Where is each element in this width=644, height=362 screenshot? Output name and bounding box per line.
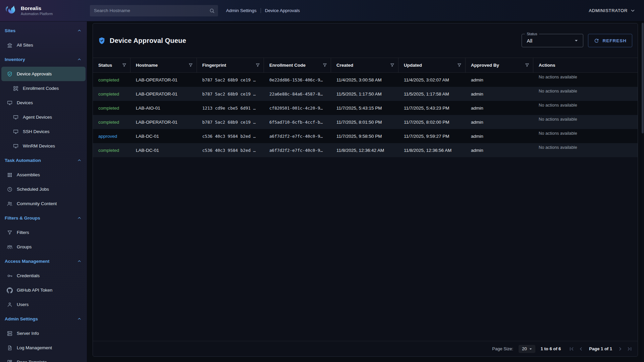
sidebar-section-task-automation[interactable]: Task Automation bbox=[0, 153, 87, 168]
chevron-up-icon bbox=[76, 28, 82, 34]
sidebar-item-label: Agent Devices bbox=[23, 115, 52, 120]
sidebar-item-label: Device Approvals bbox=[17, 71, 52, 76]
sidebar-section-access-management[interactable]: Access Management bbox=[0, 254, 87, 268]
created-cell: 11/5/2025, 1:17:50 AM bbox=[331, 87, 398, 101]
main-content: Device Approval Queue Status All REFRESH… bbox=[87, 21, 644, 362]
key-icon bbox=[7, 273, 13, 279]
table-footer: Page Size: 20 1 to 6 of 6 Page 1 of 1 bbox=[93, 341, 638, 356]
sidebar: SitesAll SitesInventoryDevice ApprovalsE… bbox=[0, 21, 87, 362]
sidebar-item-all-sites[interactable]: All Sites bbox=[1, 38, 86, 52]
table-body: completedLAB-OPERATOR-01b787 5ac2 68b9 c… bbox=[93, 73, 638, 157]
updated-cell: 11/4/2025, 3:02:07 AM bbox=[398, 73, 466, 87]
user-menu[interactable]: ADMINISTRATOR bbox=[589, 7, 644, 14]
page-scrollbar[interactable] bbox=[641, 21, 644, 362]
sidebar-item-users[interactable]: Users bbox=[1, 297, 86, 312]
filter-icon[interactable] bbox=[188, 63, 193, 68]
table-row[interactable]: completedLAB-OPERATOR-01b787 5ac2 68b9 c… bbox=[93, 115, 638, 129]
column-header-fingerprint[interactable]: Fingerprint bbox=[197, 58, 264, 72]
column-header-hostname[interactable]: Hostname bbox=[130, 58, 197, 72]
sidebar-section-filters-groups[interactable]: Filters & Groups bbox=[0, 211, 87, 225]
filter-icon[interactable] bbox=[255, 63, 260, 68]
column-header-status[interactable]: Status bbox=[93, 58, 130, 72]
user-menu-label: ADMINISTRATOR bbox=[589, 8, 628, 13]
search-input[interactable] bbox=[90, 5, 218, 16]
breadcrumb: Admin SettingsDevice Approvals bbox=[226, 8, 300, 13]
filter-icon[interactable] bbox=[390, 63, 395, 68]
updated-cell: 11/7/2025, 9:59:27 PM bbox=[398, 129, 466, 143]
updated-cell: 11/7/2025, 8:02:00 PM bbox=[398, 115, 466, 129]
table-row[interactable]: completedLAB-OPERATOR-01b787 5ac2 68b9 c… bbox=[93, 73, 638, 87]
refresh-button-label: REFRESH bbox=[602, 38, 627, 43]
sidebar-item-label: Groups bbox=[17, 244, 32, 249]
sidebar-item-page-template[interactable]: Page Template bbox=[1, 355, 86, 362]
table-row[interactable]: approvedLAB-DC-01c536 40c3 9584 b2ed …a6… bbox=[93, 129, 638, 143]
table-row[interactable]: completedLAB-OPERATOR-01b787 5ac2 68b9 c… bbox=[93, 87, 638, 101]
breadcrumb-item-device-approvals[interactable]: Device Approvals bbox=[265, 8, 300, 13]
first-page-button[interactable] bbox=[568, 346, 575, 352]
column-header-created[interactable]: Created bbox=[331, 58, 398, 72]
monitor-icon bbox=[13, 143, 19, 149]
hostname-cell: LAB-OPERATOR-01 bbox=[130, 87, 197, 101]
created-cell: 11/7/2025, 9:58:50 PM bbox=[331, 129, 398, 143]
status-filter-select[interactable]: Status All bbox=[522, 34, 583, 47]
actions-cell: No actions available bbox=[533, 129, 638, 143]
sidebar-item-label: Log Management bbox=[17, 345, 52, 350]
approved-by-cell: admin bbox=[466, 129, 533, 143]
sidebar-section-label: Admin Settings bbox=[5, 316, 38, 321]
sidebar-item-label: All Sites bbox=[17, 43, 33, 48]
sidebar-section-sites[interactable]: Sites bbox=[0, 23, 87, 38]
filter-icon[interactable] bbox=[457, 63, 462, 68]
sidebar-section-inventory[interactable]: Inventory bbox=[0, 52, 87, 67]
sidebar-item-label: Users bbox=[17, 302, 29, 307]
sidebar-section-label: Inventory bbox=[5, 57, 25, 62]
page-size-select[interactable]: 20 bbox=[519, 345, 535, 353]
brand: Borealis Automation Platform bbox=[0, 4, 87, 18]
status-cell: approved bbox=[93, 129, 130, 143]
sidebar-item-credentials[interactable]: Credentials bbox=[1, 268, 86, 283]
sidebar-item-winrm-devices[interactable]: WinRM Devices bbox=[1, 139, 86, 153]
sidebar-item-enrollment-codes[interactable]: Enrollment Codes bbox=[1, 81, 86, 96]
column-header-enrollment-code[interactable]: Enrollment Code bbox=[264, 58, 331, 72]
last-page-button[interactable] bbox=[626, 346, 633, 352]
clock-icon bbox=[7, 186, 13, 192]
created-cell: 11/7/2025, 8:01:50 PM bbox=[331, 115, 398, 129]
filter-icon[interactable] bbox=[122, 63, 127, 68]
breadcrumb-item-admin-settings[interactable]: Admin Settings bbox=[226, 8, 257, 13]
column-header-approved-by[interactable]: Approved By bbox=[466, 58, 533, 72]
sidebar-item-devices[interactable]: Devices bbox=[1, 96, 86, 110]
sidebar-item-label: Scheduled Jobs bbox=[17, 187, 49, 192]
table-row[interactable]: completedLAB-DC-01c536 40c3 9584 b2ed …a… bbox=[93, 143, 638, 157]
sidebar-item-device-approvals[interactable]: Device Approvals bbox=[1, 67, 86, 81]
sidebar-item-assemblies[interactable]: Assemblies bbox=[1, 168, 86, 182]
prev-page-button[interactable] bbox=[578, 346, 584, 352]
sidebar-item-scheduled-jobs[interactable]: Scheduled Jobs bbox=[1, 182, 86, 196]
updated-cell: 11/7/2025, 5:43:23 PM bbox=[398, 101, 466, 115]
fingerprint-cell: b787 5ac2 68b9 ce19 … bbox=[197, 115, 264, 129]
sidebar-item-groups[interactable]: Groups bbox=[1, 240, 86, 254]
column-label: Enrollment Code bbox=[269, 63, 306, 68]
sidebar-item-agent-devices[interactable]: Agent Devices bbox=[1, 110, 86, 124]
next-page-button[interactable] bbox=[617, 346, 624, 352]
filter-icon[interactable] bbox=[322, 63, 327, 68]
table-row[interactable]: completedLAB-AIO-011213 cd9e cbe5 6d91 …… bbox=[93, 101, 638, 115]
column-header-updated[interactable]: Updated bbox=[398, 58, 466, 72]
hostname-cell: LAB-DC-01 bbox=[130, 143, 197, 157]
caret-down-icon bbox=[528, 346, 533, 352]
column-label: Created bbox=[336, 63, 353, 68]
scrollbar-thumb[interactable] bbox=[642, 23, 644, 133]
refresh-button[interactable]: REFRESH bbox=[588, 34, 632, 47]
sidebar-section-admin-settings[interactable]: Admin Settings bbox=[0, 312, 87, 326]
sidebar-item-log-management[interactable]: Log Management bbox=[1, 341, 86, 355]
sidebar-item-ssh-devices[interactable]: SSH Devices bbox=[1, 124, 86, 139]
sidebar-item-github-api-token[interactable]: GitHub API Token bbox=[1, 283, 86, 297]
sidebar-item-label: Filters bbox=[17, 230, 29, 235]
sidebar-item-filters[interactable]: Filters bbox=[1, 225, 86, 240]
column-header-actions[interactable]: Actions bbox=[533, 58, 638, 72]
chevron-up-icon bbox=[76, 316, 82, 322]
status-filter-value: All bbox=[527, 38, 573, 44]
filter-icon[interactable] bbox=[525, 63, 530, 68]
sidebar-item-community-content[interactable]: Community Content bbox=[1, 196, 86, 211]
page-label: Page 1 of 1 bbox=[589, 346, 612, 351]
status-filter-label: Status bbox=[525, 32, 539, 36]
sidebar-item-server-info[interactable]: Server Info bbox=[1, 326, 86, 341]
